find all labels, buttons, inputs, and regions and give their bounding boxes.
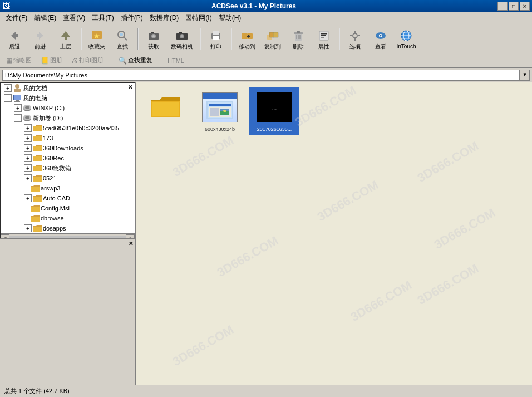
- favorites-icon: [89, 28, 105, 43]
- scroll-right-btn[interactable]: ▷: [126, 234, 135, 239]
- menu-file[interactable]: 文件(F): [2, 12, 31, 24]
- svg-point-60: [25, 106, 29, 109]
- properties-button[interactable]: 属性: [312, 26, 336, 52]
- watermark-6: 3D666.COM: [170, 322, 237, 369]
- back-button[interactable]: 后退: [2, 26, 27, 52]
- digicam-button[interactable]: 数码相机: [167, 26, 197, 52]
- folder-360dl-icon: [33, 144, 42, 153]
- expand-mycomputer[interactable]: -: [4, 94, 12, 102]
- expand-360jjx[interactable]: +: [24, 164, 32, 172]
- watermark-5: 3D666.COM: [348, 278, 415, 325]
- options-button[interactable]: 选项: [343, 26, 367, 52]
- favorites-button[interactable]: 收藏夹: [85, 26, 109, 52]
- svg-rect-53: [14, 89, 21, 92]
- search-button[interactable]: 查找: [110, 26, 135, 52]
- maximize-button[interactable]: □: [509, 2, 519, 11]
- bottom-panel-close[interactable]: ✕: [129, 241, 133, 247]
- tree-item-winxp[interactable]: + WINXP (C:): [1, 103, 135, 113]
- mycomputer-label: 我的电脑: [23, 94, 47, 102]
- folder-5fad-icon: [33, 124, 42, 133]
- print-button[interactable]: 打印: [204, 26, 228, 52]
- print-album-btn[interactable]: 🖨 打印图册: [67, 55, 107, 67]
- file-item-folder[interactable]: [140, 87, 190, 135]
- svg-point-10: [120, 33, 123, 36]
- up-button[interactable]: 上层: [53, 26, 78, 52]
- get-button[interactable]: 获取: [141, 26, 166, 52]
- tree-item-mycomputer[interactable]: - 我的电脑: [1, 93, 135, 103]
- file-item-image[interactable]: 600x430x24b: [195, 87, 245, 135]
- thumbnail-btn[interactable]: ▦ 缩略图: [2, 55, 36, 67]
- expand-mydocs[interactable]: +: [4, 84, 12, 92]
- minimize-button[interactable]: _: [497, 2, 508, 11]
- window-controls[interactable]: _ □ ✕: [497, 2, 530, 11]
- file-item-selected[interactable]: ... 20170261635...: [249, 87, 299, 135]
- moveto-icon: [239, 28, 255, 43]
- menu-view[interactable]: 查看(V): [60, 12, 88, 24]
- expand-360dl[interactable]: +: [24, 144, 32, 152]
- scroll-left-btn[interactable]: ◁: [1, 234, 9, 239]
- tree-item-360rec[interactable]: + 360Rec: [1, 153, 135, 163]
- tree-item-0521[interactable]: + 0521: [1, 173, 135, 183]
- html-label: HTML: [168, 57, 184, 64]
- intouch-button[interactable]: InTouch: [394, 26, 418, 52]
- expand-173[interactable]: +: [24, 134, 32, 142]
- menu-internet[interactable]: 因特网(I): [182, 12, 215, 24]
- find-duplicate-btn[interactable]: 🔍 查找重复: [115, 55, 156, 67]
- menu-help[interactable]: 帮助(H): [215, 12, 245, 24]
- delete-button[interactable]: 删除: [286, 26, 311, 52]
- expand-360rec[interactable]: +: [24, 154, 32, 162]
- tree-item-5fad[interactable]: + 5fad6f53f1e0b0c3200aa435: [1, 123, 135, 133]
- tree-hscrollbar[interactable]: ◁ ▷: [1, 233, 135, 238]
- forward-button[interactable]: 前进: [28, 26, 52, 52]
- tree-item-360dl[interactable]: + 360Downloads: [1, 143, 135, 153]
- tree-item-newvol[interactable]: - 新加卷 (D:): [1, 113, 135, 123]
- tree-item-config[interactable]: Config.Msi: [1, 203, 135, 213]
- moveto-button[interactable]: 移动到: [235, 26, 259, 52]
- copyto-button[interactable]: 复制到: [260, 26, 285, 52]
- config-label: Config.Msi: [41, 205, 70, 212]
- svg-rect-22: [242, 33, 247, 39]
- menu-bar: 文件(F) 编辑(E) 查看(V) 工具(T) 插件(P) 数据库(D) 因特网…: [0, 12, 532, 24]
- menu-edit[interactable]: 编辑(E): [31, 12, 60, 24]
- menu-database[interactable]: 数据库(D): [146, 12, 183, 24]
- svg-line-9: [124, 37, 127, 40]
- album-btn[interactable]: 📒 图册: [37, 55, 66, 67]
- secondary-toolbar: ▦ 缩略图 📒 图册 🖨 打印图册 🔍 查找重复 HTML: [0, 53, 532, 68]
- svg-rect-20: [213, 36, 219, 40]
- svg-point-46: [380, 35, 382, 37]
- menu-tools[interactable]: 工具(T): [88, 12, 117, 24]
- expand-newvol[interactable]: -: [14, 114, 22, 122]
- folder-arswp3-icon: [31, 184, 40, 193]
- dbrowse-label: dbrowse: [41, 215, 64, 222]
- image-thumb-icon: [202, 90, 238, 125]
- sep5: [339, 28, 340, 50]
- tree-item-173[interactable]: + 173: [1, 133, 135, 143]
- address-dropdown[interactable]: ▼: [520, 70, 530, 81]
- expand-0521[interactable]: +: [24, 174, 32, 182]
- menu-plugins[interactable]: 插件(P): [117, 12, 146, 24]
- svg-point-63: [25, 116, 29, 119]
- expand-winxp[interactable]: +: [14, 104, 22, 112]
- address-input[interactable]: [2, 70, 520, 81]
- svg-rect-38: [321, 37, 324, 38]
- tree-item-360jjx[interactable]: + 360急救箱: [1, 163, 135, 173]
- tree-item-dbrowse[interactable]: dbrowse: [1, 213, 135, 223]
- tree-close-btn[interactable]: ✕: [128, 84, 132, 90]
- view-button[interactable]: 查看: [368, 26, 393, 52]
- tree-item-dosapps[interactable]: + dosapps: [1, 223, 135, 233]
- svg-rect-71: [220, 111, 229, 115]
- expand-5fad[interactable]: +: [24, 124, 32, 132]
- html-btn[interactable]: HTML: [164, 55, 188, 67]
- selected-file-name: 20170261635...: [257, 126, 292, 132]
- tree-item-mydocs[interactable]: + 我的文档: [1, 83, 135, 93]
- favorites-label: 收藏夹: [88, 43, 105, 50]
- winxp-icon: [23, 104, 32, 112]
- expand-autocad[interactable]: +: [24, 194, 32, 202]
- close-button[interactable]: ✕: [520, 2, 530, 11]
- up-label: 上层: [60, 43, 71, 50]
- back-icon: [7, 28, 22, 43]
- expand-dosapps[interactable]: +: [24, 224, 32, 232]
- watermark-7: 3D666.COM: [415, 139, 481, 185]
- tree-item-arswp3[interactable]: arswp3: [1, 183, 135, 193]
- tree-item-autocad[interactable]: + Auto CAD: [1, 193, 135, 203]
